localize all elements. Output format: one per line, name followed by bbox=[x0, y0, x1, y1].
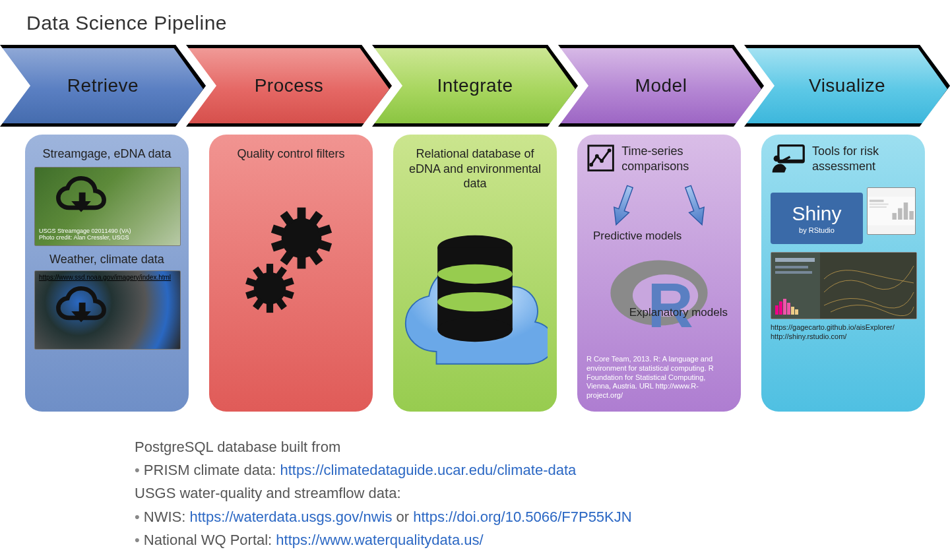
footer-line: National WQ Portal: https://www.waterqua… bbox=[135, 528, 821, 551]
svg-rect-40 bbox=[892, 213, 896, 220]
step-label: Visualize bbox=[809, 75, 885, 96]
svg-point-26 bbox=[437, 292, 513, 311]
step-visualize: Visualize bbox=[744, 45, 950, 127]
svg-rect-56 bbox=[791, 307, 794, 315]
card-model: Time-series comparisons Predictive model… bbox=[577, 135, 741, 412]
viz-links: https://gagecarto.github.io/aisExplorer/… bbox=[771, 323, 916, 342]
svg-point-29 bbox=[595, 154, 599, 158]
step-integrate: Integrate bbox=[372, 45, 578, 127]
nwis-doi-link[interactable]: https://doi.org/10.5066/F7P55KJN bbox=[413, 509, 631, 525]
photo-caption: USGS Streamgage 02011490 (VA) Photo cred… bbox=[39, 228, 131, 241]
shiny-app-thumb bbox=[867, 187, 916, 235]
svg-rect-49 bbox=[775, 258, 815, 262]
cloud-download-icon bbox=[53, 176, 110, 220]
card-process: Quality control filters bbox=[209, 135, 373, 412]
step-retrieve: Retrieve bbox=[0, 45, 206, 127]
svg-rect-48 bbox=[771, 253, 820, 319]
card-visualize: Tools for risk assessment Shiny by RStud… bbox=[761, 135, 925, 412]
svg-rect-57 bbox=[795, 309, 798, 315]
svg-rect-50 bbox=[775, 266, 808, 268]
svg-point-25 bbox=[437, 264, 513, 283]
svg-rect-15 bbox=[282, 289, 294, 298]
svg-rect-44 bbox=[870, 200, 884, 202]
gears-icon bbox=[238, 201, 344, 327]
svg-rect-45 bbox=[870, 203, 889, 204]
diagram-title: Data Science Pipeline bbox=[26, 12, 227, 34]
image-link: https://www.ssd.noaa.gov/imagery/index.h… bbox=[39, 274, 171, 281]
step-label: Integrate bbox=[437, 75, 513, 96]
svg-point-37 bbox=[774, 156, 780, 162]
database-cloud-icon bbox=[402, 198, 548, 369]
explanatory-label: Explanatory models bbox=[629, 306, 728, 319]
svg-rect-20 bbox=[245, 277, 257, 286]
svg-text:R: R bbox=[647, 270, 693, 340]
svg-rect-53 bbox=[779, 301, 782, 315]
svg-rect-23 bbox=[437, 247, 513, 330]
shiny-logo: Shiny by RStudio bbox=[771, 193, 863, 244]
svg-rect-17 bbox=[267, 302, 273, 312]
card-title: Tools for risk assessment bbox=[812, 144, 916, 173]
svg-rect-4 bbox=[317, 239, 332, 251]
svg-rect-55 bbox=[787, 303, 790, 315]
card-title: Time-series comparisons bbox=[621, 144, 732, 173]
card-subtitle: Weather, climate data bbox=[34, 253, 179, 266]
footer-line: NWIS: https://waterdata.usgs.gov/nwis or… bbox=[135, 505, 821, 528]
nwis-link[interactable]: https://waterdata.usgs.gov/nwis bbox=[190, 509, 393, 525]
svg-rect-42 bbox=[904, 202, 908, 220]
svg-rect-1 bbox=[298, 207, 306, 220]
svg-point-30 bbox=[600, 159, 604, 163]
card-title: Quality control filters bbox=[218, 146, 364, 162]
svg-rect-46 bbox=[870, 206, 887, 208]
svg-point-31 bbox=[608, 148, 612, 152]
r-logo-icon: R bbox=[606, 243, 712, 348]
svg-rect-54 bbox=[783, 299, 786, 315]
arrow-icon bbox=[678, 181, 712, 232]
cloud-download-icon bbox=[53, 286, 110, 330]
ais-explorer-thumb bbox=[771, 252, 917, 319]
svg-rect-43 bbox=[909, 211, 913, 220]
footer-line: PRISM climate data: https://climatedatag… bbox=[135, 458, 821, 482]
shiny-byline: by RStudio bbox=[799, 226, 835, 234]
svg-rect-6 bbox=[298, 256, 306, 268]
wq-portal-link[interactable]: https://www.waterqualitydata.us/ bbox=[276, 532, 483, 548]
arrow-icon bbox=[606, 181, 640, 232]
presentation-icon bbox=[771, 144, 806, 183]
card-integrate: Relational database of eDNA and environm… bbox=[393, 135, 557, 412]
svg-point-28 bbox=[589, 163, 593, 167]
shiny-name: Shiny bbox=[792, 202, 841, 225]
svg-rect-8 bbox=[271, 239, 286, 251]
timeseries-icon bbox=[586, 144, 615, 178]
footer-line: USGS water-quality and streamflow data: bbox=[135, 482, 821, 505]
step-label: Model bbox=[635, 75, 687, 96]
svg-rect-3 bbox=[317, 224, 332, 236]
step-process: Process bbox=[186, 45, 392, 127]
svg-rect-12 bbox=[267, 263, 273, 273]
pipeline-arrows: Retrieve Process Integrate Model Visuali… bbox=[0, 45, 950, 127]
pipeline-cards: Streamgage, eDNA data USGS Streamgage 02… bbox=[25, 135, 925, 412]
svg-rect-9 bbox=[271, 224, 286, 236]
svg-rect-51 bbox=[775, 271, 812, 274]
step-label: Process bbox=[255, 75, 324, 96]
footer-line: PostgreSQL database built from bbox=[135, 435, 821, 458]
svg-point-24 bbox=[437, 317, 513, 342]
card-title: Streamgage, eDNA data bbox=[34, 146, 179, 162]
step-label: Retrieve bbox=[67, 75, 139, 96]
svg-rect-41 bbox=[898, 208, 902, 220]
svg-rect-14 bbox=[282, 277, 294, 286]
prism-link[interactable]: https://climatedataguide.ucar.edu/climat… bbox=[280, 462, 576, 478]
predictive-label: Predictive models bbox=[593, 230, 732, 243]
data-sources-footer: PostgreSQL database built from PRISM cli… bbox=[135, 435, 821, 551]
svg-rect-52 bbox=[775, 305, 778, 315]
svg-rect-19 bbox=[245, 289, 257, 298]
card-title: Relational database of eDNA and environm… bbox=[402, 146, 548, 191]
step-model: Model bbox=[558, 45, 764, 127]
r-citation: R Core Team, 2013. R: A language and env… bbox=[586, 355, 732, 400]
card-retrieve: Streamgage, eDNA data USGS Streamgage 02… bbox=[25, 135, 189, 412]
